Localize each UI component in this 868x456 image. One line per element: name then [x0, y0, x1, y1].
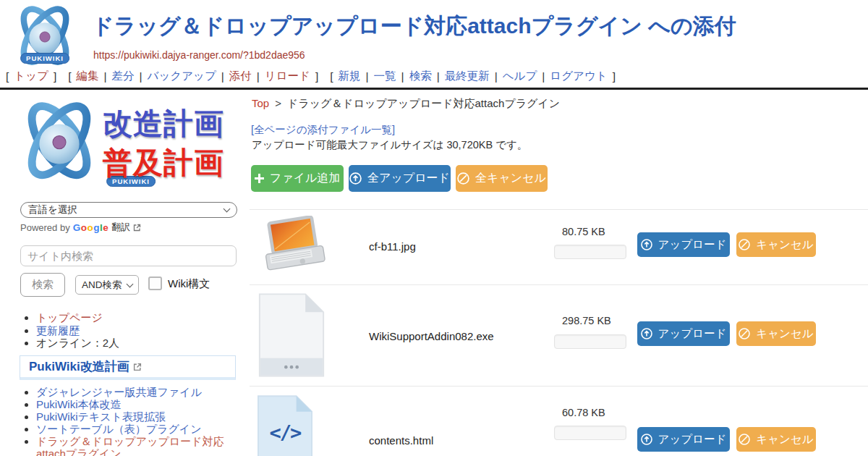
breadcrumb: Top > ドラッグ＆ドロップアップロード対応attachプラグイン	[252, 97, 560, 111]
cancel-label: キャンセル	[756, 432, 813, 447]
translate-link[interactable]: 翻訳	[111, 221, 130, 234]
breadcrumb-current: ドラッグ＆ドロップアップロード対応attachプラグイン	[287, 97, 560, 111]
separator: |	[366, 70, 369, 83]
sidebar-item-dragdrop-attach[interactable]: ドラッグ＆ドロップアップロード対応attachプラグイン	[36, 435, 224, 456]
logo-text-kaizou: 改造計画	[103, 104, 224, 144]
nav-group-page: [ 編集 | 差分 | バックアップ | 添付 | リロード ]	[68, 69, 318, 84]
separator: |	[542, 70, 545, 83]
cancel-all-button[interactable]: 全キャンセル	[456, 165, 548, 192]
page-url[interactable]: https://pukiwiki.dajya-ranger.com/?1bd2d…	[93, 49, 305, 61]
sidebar-item-update-history[interactable]: 更新履歴	[36, 324, 80, 337]
upload-button[interactable]: アップロード	[637, 427, 730, 452]
upload-label: アップロード	[658, 326, 727, 342]
upload-progress-bar	[554, 245, 626, 259]
file-size: 80.75 KB	[562, 226, 605, 237]
top-nav: [ トップ ] [ 編集 | 差分 | バックアップ | 添付 | リロード ]…	[6, 69, 616, 84]
powered-by-text: Powered by	[20, 222, 70, 233]
cancel-button[interactable]: キャンセル	[736, 321, 816, 346]
cancel-label: キャンセル	[756, 237, 813, 253]
google-translate-attribution: Powered by Google 翻訳	[20, 221, 141, 234]
laptop-photo-thumbnail	[257, 216, 329, 278]
pukiwiki-attach-page: PUKIWIKI ドラッグ＆ドロップアップロード対応attachプラグイン への…	[0, 0, 868, 456]
upload-circle-icon	[641, 434, 652, 445]
add-file-button[interactable]: ファイル追加	[251, 165, 344, 192]
breadcrumb-home[interactable]: Top	[252, 97, 269, 111]
all-attachments-link[interactable]: [全ページの添付ファイル一覧]	[251, 123, 395, 137]
file-row: WikiSupportAddin082.exe 298.75 KB アップロード…	[250, 284, 868, 386]
sidebar-item-sort-table[interactable]: ソートテーブル（表）プラグイン	[36, 423, 202, 435]
upload-button[interactable]: アップロード	[637, 232, 730, 257]
and-search-value: AND検索	[82, 279, 122, 292]
upload-all-button[interactable]: 全アップロード	[349, 165, 451, 192]
panel-title-link[interactable]: PukiWiki改造計画	[29, 358, 129, 375]
nav-item-top[interactable]: トップ	[14, 69, 48, 84]
upload-label: アップロード	[658, 237, 727, 253]
upload-circle-icon	[641, 239, 652, 250]
sidebar-panel-pukiwiki-kaizou[interactable]: PukiWiki改造計画	[20, 355, 236, 380]
pukiwiki-brand-text: PUKIWIKI	[20, 53, 69, 64]
chevron-down-icon	[127, 280, 134, 287]
external-link-icon	[133, 363, 142, 371]
nav-item-new[interactable]: 新規	[339, 69, 361, 84]
upload-circle-icon	[349, 172, 362, 185]
bracket: ]	[315, 70, 318, 83]
add-file-label: ファイル追加	[270, 171, 341, 186]
nav-group-top: [ トップ ]	[6, 69, 56, 84]
site-search-input[interactable]	[20, 245, 237, 266]
cancel-button[interactable]: キャンセル	[736, 427, 816, 452]
nav-item-reload[interactable]: リロード	[265, 69, 310, 84]
nav-item-help[interactable]: ヘルプ	[503, 69, 537, 84]
sidebar-plugin-links: ダジャレンジャー版共通ファイル PukiWiki本体改造 PukiWikiテキス…	[36, 387, 247, 456]
separator: |	[140, 70, 142, 83]
file-name: WikiSupportAddin082.exe	[369, 330, 494, 342]
sidebar-item-text-ext[interactable]: PukiWikiテキスト表現拡張	[36, 410, 166, 423]
nav-item-list[interactable]: 一覧	[374, 69, 396, 84]
external-link-icon	[133, 224, 141, 232]
cancel-label: キャンセル	[756, 326, 813, 342]
separator: |	[437, 70, 440, 83]
upload-button[interactable]: アップロード	[637, 321, 730, 346]
header-divider	[0, 88, 868, 90]
nav-item-backup[interactable]: バックアップ	[148, 69, 216, 84]
search-button[interactable]: 検索	[20, 273, 65, 297]
separator: |	[401, 70, 404, 83]
nav-item-logout[interactable]: ログアウト	[550, 69, 607, 84]
separator: |	[104, 70, 107, 83]
nav-item-recent[interactable]: 最終更新	[445, 69, 490, 84]
upload-circle-icon	[641, 328, 652, 339]
atom-icon	[16, 98, 103, 190]
separator: |	[495, 70, 498, 83]
bracket: [	[68, 70, 71, 83]
nav-item-diff[interactable]: 差分	[112, 69, 135, 84]
chevron-down-icon	[224, 206, 231, 213]
sidebar-item-common-files[interactable]: ダジャレンジャー版共通ファイル	[36, 386, 202, 398]
bracket: [	[330, 70, 333, 83]
plus-icon	[255, 174, 264, 183]
cancel-button[interactable]: キャンセル	[736, 232, 816, 257]
pukiwiki-logo[interactable]: PUKIWIKI	[7, 3, 82, 71]
file-size: 298.75 KB	[562, 315, 611, 326]
sidebar-online-count: オンライン：2人	[36, 337, 119, 349]
breadcrumb-separator: >	[275, 97, 281, 111]
ban-circle-icon	[739, 434, 750, 445]
file-row: </> contents.html 60.78 KB アップロード キャンセル	[250, 386, 868, 456]
sidebar-item-core-mod[interactable]: PukiWiki本体改造	[36, 398, 122, 410]
nav-item-attach[interactable]: 添付	[229, 69, 252, 84]
upload-all-label: 全アップロード	[367, 171, 450, 186]
logo-text-fukyuu: 普及計画	[103, 143, 224, 183]
separator: |	[221, 70, 224, 83]
nav-item-edit[interactable]: 編集	[77, 69, 99, 84]
generic-file-icon	[257, 292, 326, 378]
nav-item-search[interactable]: 検索	[409, 69, 432, 84]
file-name: cf-b11.jpg	[369, 240, 416, 253]
sidebar-logo[interactable]: PUKIWIKI 改造計画 普及計画	[16, 98, 246, 194]
bracket: ]	[613, 70, 616, 83]
wiki-syntax-label: Wiki構文	[168, 277, 210, 291]
sidebar-item-top-page[interactable]: トップページ	[36, 311, 103, 324]
language-select[interactable]: 言語を選択	[20, 202, 237, 218]
wiki-syntax-checkbox[interactable]	[148, 276, 162, 290]
bracket: [	[6, 70, 9, 83]
max-upload-size-text: アップロード可能最大ファイルサイズは 30,720KB です。	[252, 138, 527, 152]
ban-circle-icon	[739, 239, 750, 250]
and-search-select[interactable]: AND検索	[75, 275, 139, 295]
